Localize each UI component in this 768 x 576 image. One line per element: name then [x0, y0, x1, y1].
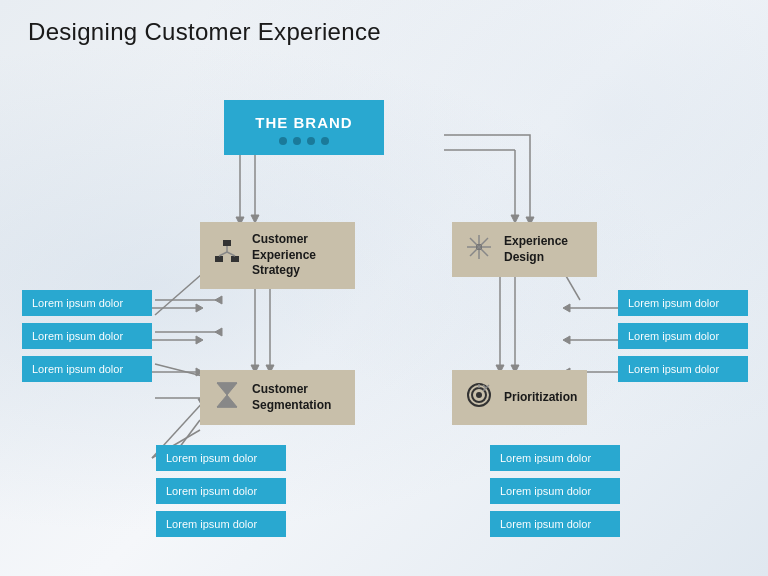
right-bottom-item-1: Lorem ipsum dolor	[490, 445, 620, 471]
customer-experience-strategy-box: Customer Experience Strategy	[200, 222, 355, 289]
right-top-item-3: Lorem ipsum dolor	[618, 356, 748, 382]
svg-marker-37	[563, 336, 570, 344]
left-bottom-item-1: Lorem ipsum dolor	[156, 445, 286, 471]
brand-dot	[279, 137, 287, 145]
left-top-item-1: Lorem ipsum dolor	[22, 290, 152, 316]
brand-dot	[293, 137, 301, 145]
ed-icon	[464, 233, 494, 267]
cs-icon	[212, 381, 242, 415]
experience-design-box: Experience Design	[452, 222, 597, 277]
left-top-item-3: Lorem ipsum dolor	[22, 356, 152, 382]
right-top-item-1: Lorem ipsum dolor	[618, 290, 748, 316]
prioritization-box: Prioritization	[452, 370, 587, 425]
svg-marker-13	[215, 296, 222, 304]
svg-marker-63	[217, 383, 237, 407]
page-title: Designing Customer Experience	[28, 18, 381, 46]
svg-rect-53	[215, 256, 223, 262]
ces-icon	[212, 238, 242, 272]
right-top-item-2: Lorem ipsum dolor	[618, 323, 748, 349]
brand-dot	[307, 137, 315, 145]
svg-line-56	[219, 252, 227, 256]
brand-dots	[234, 137, 374, 145]
prio-label: Prioritization	[504, 390, 577, 406]
left-bottom-item-2: Lorem ipsum dolor	[156, 478, 286, 504]
svg-rect-54	[231, 256, 239, 262]
brand-box: THE BRAND	[224, 100, 384, 155]
ces-label: Customer Experience Strategy	[252, 232, 343, 279]
connectors	[0, 60, 768, 576]
svg-point-68	[476, 392, 482, 398]
svg-line-57	[227, 252, 235, 256]
customer-segmentation-box: Customer Segmentation	[200, 370, 355, 425]
left-top-item-2: Lorem ipsum dolor	[22, 323, 152, 349]
svg-rect-52	[223, 240, 231, 246]
right-bottom-item-3: Lorem ipsum dolor	[490, 511, 620, 537]
prio-icon	[464, 381, 494, 415]
left-bottom-item-3: Lorem ipsum dolor	[156, 511, 286, 537]
right-bottom-item-2: Lorem ipsum dolor	[490, 478, 620, 504]
svg-marker-35	[563, 304, 570, 312]
svg-marker-15	[215, 328, 222, 336]
svg-marker-25	[196, 304, 203, 312]
brand-label: THE BRAND	[234, 114, 374, 131]
cs-label: Customer Segmentation	[252, 382, 343, 413]
ed-label: Experience Design	[504, 234, 585, 265]
diagram: THE BRAND Customer Experience Strategy	[0, 60, 768, 576]
connectors-clean	[0, 60, 768, 576]
brand-dot	[321, 137, 329, 145]
svg-marker-27	[196, 336, 203, 344]
